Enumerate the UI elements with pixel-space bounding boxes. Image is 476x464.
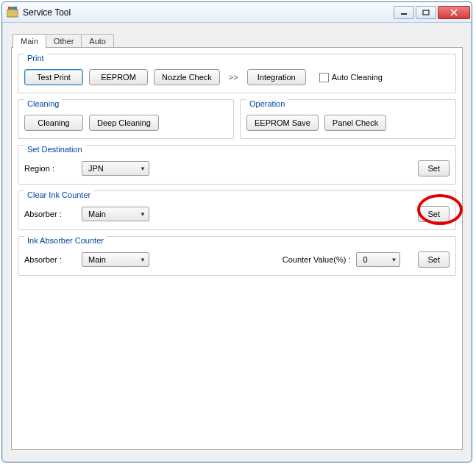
cleaning-button[interactable]: Cleaning — [24, 115, 83, 131]
absorber-clear-select[interactable]: Main ▼ — [82, 207, 149, 221]
deep-cleaning-button[interactable]: Deep Cleaning — [89, 115, 159, 131]
auto-cleaning-label: Auto Cleaning — [332, 73, 383, 82]
group-print: Print Test Print EEPROM Nozzle Check >> … — [18, 54, 456, 93]
tabstrip: Main Other Auto — [7, 30, 467, 47]
region-select[interactable]: JPN ▼ — [82, 161, 149, 176]
tab-auto[interactable]: Auto — [81, 34, 114, 48]
group-print-title: Print — [24, 54, 47, 63]
chevron-down-icon: ▼ — [140, 165, 146, 172]
eeprom-save-button[interactable]: EEPROM Save — [246, 115, 319, 131]
chevron-down-icon: ▼ — [140, 211, 146, 218]
integration-button[interactable]: Integration — [247, 69, 306, 85]
ink-absorber-set-button[interactable]: Set — [418, 251, 450, 268]
group-operation: Operation EEPROM Save Panel Check — [240, 99, 456, 139]
group-clear-ink-counter: Clear Ink Counter Absorber : Main ▼ Set — [18, 190, 456, 230]
client-area: Main Other Auto Print Test Print EEPROM … — [7, 26, 467, 457]
chevron-down-icon: ▼ — [140, 257, 146, 263]
tab-main[interactable]: Main — [13, 34, 46, 48]
group-set-destination: Set Destination Region : JPN ▼ Set — [18, 145, 456, 185]
auto-cleaning-checkbox[interactable]: Auto Cleaning — [319, 73, 383, 82]
svg-rect-1 — [8, 7, 11, 10]
counter-value-select[interactable]: 0 ▼ — [356, 252, 400, 267]
absorber-ink-label: Absorber : — [24, 255, 76, 264]
group-operation-title: Operation — [246, 99, 288, 108]
svg-rect-5 — [423, 10, 429, 15]
group-clear-ink-counter-title: Clear Ink Counter — [24, 190, 93, 199]
titlebar[interactable]: Service Tool — [2, 2, 472, 23]
counter-value-select-value: 0 — [363, 255, 367, 264]
group-cleaning: Cleaning Cleaning Deep Cleaning — [18, 99, 234, 139]
absorber-ink-select[interactable]: Main ▼ — [82, 252, 149, 267]
chevron-down-icon: ▼ — [391, 257, 397, 263]
counter-value-label: Counter Value(%) : — [283, 255, 351, 264]
chevron-right-icon: >> — [226, 73, 241, 82]
region-select-value: JPN — [88, 164, 104, 173]
group-set-destination-title: Set Destination — [24, 145, 85, 154]
panel-check-button[interactable]: Panel Check — [324, 115, 386, 131]
nozzle-check-button[interactable]: Nozzle Check — [154, 69, 220, 85]
group-ink-absorber-counter: Ink Absorber Counter Absorber : Main ▼ C… — [18, 236, 456, 276]
tab-other[interactable]: Other — [46, 34, 82, 48]
minimize-button[interactable] — [394, 6, 414, 19]
close-button[interactable] — [438, 6, 470, 19]
absorber-ink-select-value: Main — [88, 255, 106, 264]
group-ink-absorber-counter-title: Ink Absorber Counter — [24, 236, 107, 245]
svg-rect-2 — [11, 7, 14, 10]
svg-rect-0 — [7, 10, 18, 17]
app-icon — [7, 7, 18, 18]
clear-ink-set-button[interactable]: Set — [418, 206, 450, 222]
window-buttons — [394, 6, 470, 19]
checkbox-icon — [319, 73, 329, 82]
set-destination-set-button[interactable]: Set — [418, 160, 450, 176]
absorber-clear-select-value: Main — [88, 210, 106, 218]
absorber-clear-label: Absorber : — [24, 210, 76, 218]
group-cleaning-title: Cleaning — [24, 99, 62, 108]
eeprom-button[interactable]: EEPROM — [89, 69, 148, 85]
region-label: Region : — [24, 164, 76, 173]
tabpage-main: Print Test Print EEPROM Nozzle Check >> … — [11, 47, 463, 450]
window-frame: Service Tool Main Other Auto Print Tes — [1, 1, 472, 463]
window-title: Service Tool — [23, 7, 394, 18]
maximize-button[interactable] — [416, 6, 436, 19]
svg-rect-3 — [14, 7, 17, 10]
test-print-button[interactable]: Test Print — [24, 69, 83, 85]
